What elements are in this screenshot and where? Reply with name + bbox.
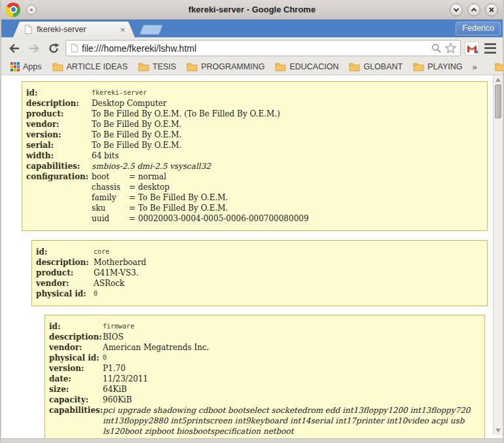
close-button[interactable] xyxy=(485,3,498,16)
chrome-menu-button[interactable] xyxy=(483,43,497,54)
attribute-label: version: xyxy=(26,130,92,140)
omnibox[interactable] xyxy=(65,40,461,56)
bookmark-folder-tesis[interactable]: TESIS xyxy=(134,61,180,73)
attribute-row: physical id:0 xyxy=(36,289,483,299)
triangle-up-icon xyxy=(495,78,501,82)
attribute-value: 0 xyxy=(103,353,480,363)
attribute-value: BIOS xyxy=(103,332,480,342)
configuration-entry: boot=normal xyxy=(92,171,483,182)
bookmark-label: PLAYING xyxy=(427,62,462,71)
attribute-row: description:Motherboard xyxy=(36,257,483,268)
tab-title: fkereki-server xyxy=(37,25,119,34)
page-content: id:fkereki-serverdescription:Desktop Com… xyxy=(1,75,503,438)
attribute-row: size:64KiB xyxy=(49,384,480,395)
attribute-label: vendor: xyxy=(36,278,94,289)
folder-icon xyxy=(187,62,198,71)
attribute-value: 64KiB xyxy=(103,384,480,395)
bookmark-folder-globant[interactable]: GLOBANT xyxy=(345,61,406,73)
attribute-row: description:Desktop Computer xyxy=(26,98,483,109)
attribute-label: product: xyxy=(26,109,92,119)
vertical-scrollbar[interactable] xyxy=(493,75,503,435)
triangle-down-icon xyxy=(495,429,501,433)
attribute-label: vendor: xyxy=(26,119,92,130)
attribute-label: size: xyxy=(49,384,103,395)
forward-button[interactable] xyxy=(26,41,42,56)
configuration-entry: uuid=00020003-0004-0005-0006-00070008000… xyxy=(92,213,483,224)
bookmark-folder-playing[interactable]: PLAYING xyxy=(409,61,466,73)
scroll-down-button[interactable] xyxy=(494,427,503,434)
configuration-entry: sku=To Be Filled By O.E.M. xyxy=(92,203,483,213)
attribute-value: pci upgrade shadowing cdboot bootselect … xyxy=(103,405,480,436)
attribute-value: firmware xyxy=(103,321,480,332)
bookmark-apps[interactable]: Apps xyxy=(7,61,46,73)
attribute-value: smbios-2.5 dmi-2.5 vsyscall32 xyxy=(92,161,483,171)
bookmarks-overflow-chevron[interactable]: » xyxy=(469,61,480,73)
attribute-label: capabilities: xyxy=(49,405,103,436)
bookmark-star-icon[interactable] xyxy=(445,43,456,54)
title-bar: fkereki-server - Google Chrome xyxy=(1,0,503,20)
attribute-row: product:To Be Filled By O.E.M. (To Be Fi… xyxy=(26,109,483,119)
profile-button[interactable]: Federico xyxy=(456,22,501,35)
search-icon[interactable] xyxy=(431,43,442,54)
attribute-value: P1.70 xyxy=(103,363,480,374)
url-input[interactable] xyxy=(82,42,428,55)
chevron-down-icon xyxy=(452,6,460,14)
bookmark-folder-article-ideas[interactable]: ARTICLE IDEAS xyxy=(48,61,132,73)
attribute-row: version:P1.70 xyxy=(49,363,480,374)
bookmark-other-bookmarks[interactable]: Other bookmarks xyxy=(491,61,504,73)
apps-grid-icon xyxy=(10,62,20,71)
folder-icon xyxy=(138,62,149,71)
attribute-label: serial: xyxy=(26,140,92,151)
attribute-row: date:11/23/2011 xyxy=(49,374,480,384)
attribute-row: id:fkereki-server xyxy=(26,88,483,98)
new-tab-button[interactable] xyxy=(139,25,163,35)
attribute-row: id:firmware xyxy=(49,321,480,332)
maximize-button[interactable] xyxy=(467,3,480,16)
window-menu-button[interactable] xyxy=(26,5,37,15)
bookmark-label: EDUCACION xyxy=(289,62,338,71)
bookmark-label: GLOBANT xyxy=(363,62,403,71)
attribute-label: capabilities: xyxy=(26,161,92,171)
attribute-label: configuration: xyxy=(26,171,92,224)
chevron-up-icon xyxy=(470,6,478,14)
attribute-row: vendor:American Megatrends Inc. xyxy=(49,342,480,353)
attribute-value: To Be Filled By O.E.M. xyxy=(92,140,483,151)
attribute-value: 0 xyxy=(94,289,483,299)
attribute-value: ASRock xyxy=(94,278,483,289)
attribute-label: description: xyxy=(26,98,92,109)
chrome-logo-icon xyxy=(6,3,20,17)
gmail-m-icon xyxy=(466,43,478,54)
window-bottom-frame xyxy=(1,438,503,443)
bookmark-folder-programming[interactable]: PROGRAMMING xyxy=(183,61,268,73)
attribute-label: id: xyxy=(49,321,103,332)
attribute-value: G41M-VS3. xyxy=(94,268,483,278)
attribute-value: fkereki-server xyxy=(92,88,483,98)
attribute-label: product: xyxy=(36,268,94,278)
attribute-value: To Be Filled By O.E.M. xyxy=(92,119,483,130)
scroll-up-button[interactable] xyxy=(494,76,503,84)
folder-icon xyxy=(413,62,424,71)
tab-close-icon[interactable]: × xyxy=(119,26,126,34)
back-button[interactable] xyxy=(7,41,22,56)
bookmark-label: PROGRAMMING xyxy=(201,62,264,71)
page-icon xyxy=(24,24,33,35)
attribute-value: To Be Filled By O.E.M. (To Be Filled By … xyxy=(92,109,483,119)
attribute-label: physical id: xyxy=(36,289,94,299)
tab-fkereki-server[interactable]: fkereki-server × xyxy=(13,22,135,37)
scrollbar-thumb[interactable] xyxy=(495,84,501,118)
folder-icon xyxy=(349,62,360,71)
attribute-row: description:BIOS xyxy=(49,332,480,342)
bookmark-folder-educacion[interactable]: EDUCACION xyxy=(271,61,342,73)
attribute-value: American Megatrends Inc. xyxy=(103,342,480,353)
folder-icon xyxy=(495,62,504,71)
minimize-button[interactable] xyxy=(450,3,463,16)
attribute-label: description: xyxy=(36,257,94,268)
attribute-label: date: xyxy=(49,374,103,384)
attribute-label: id: xyxy=(26,88,92,98)
reload-button[interactable] xyxy=(46,41,62,56)
attribute-value: boot=normalchassis=desktopfamily=To Be F… xyxy=(92,171,483,224)
bookmarks-bar: Apps ARTICLE IDEASTESISPROGRAMMINGEDUCAC… xyxy=(1,59,503,75)
attribute-value: Motherboard xyxy=(94,257,483,268)
attribute-label: vendor: xyxy=(49,342,103,353)
gmail-extension-icon[interactable] xyxy=(465,41,479,56)
